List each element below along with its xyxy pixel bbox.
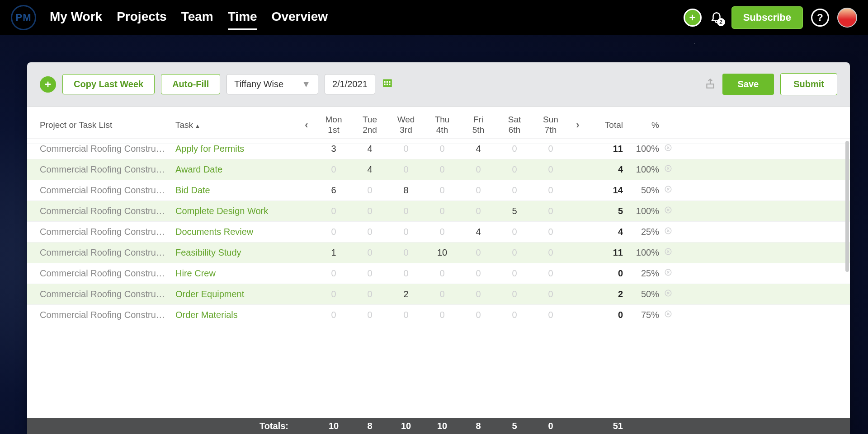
- copy-last-week-button[interactable]: Copy Last Week: [62, 74, 155, 94]
- hours-cell[interactable]: 0: [496, 164, 533, 175]
- hours-cell[interactable]: 0: [316, 310, 352, 320]
- hours-cell[interactable]: 0: [533, 185, 569, 196]
- hours-cell[interactable]: 0: [424, 185, 460, 196]
- task-cell[interactable]: Complete Design Work: [175, 206, 297, 216]
- add-row-button[interactable]: +: [40, 76, 56, 93]
- hours-cell[interactable]: 0: [352, 310, 388, 320]
- hours-cell[interactable]: 3: [316, 144, 352, 154]
- remove-row-icon[interactable]: [659, 247, 677, 258]
- hours-cell[interactable]: 0: [352, 227, 388, 237]
- save-button[interactable]: Save: [722, 74, 774, 95]
- hours-cell[interactable]: 0: [533, 164, 569, 175]
- hours-cell[interactable]: 0: [424, 164, 460, 175]
- hours-cell[interactable]: 0: [424, 206, 460, 216]
- scrollbar[interactable]: [845, 141, 849, 272]
- hours-cell[interactable]: 0: [496, 310, 533, 320]
- hours-cell[interactable]: 0: [460, 268, 496, 279]
- hours-cell[interactable]: 0: [533, 144, 569, 154]
- hours-cell[interactable]: 4: [352, 144, 388, 154]
- task-cell[interactable]: Award Date: [175, 164, 297, 175]
- hours-cell[interactable]: 5: [496, 206, 533, 216]
- nav-time[interactable]: Time: [228, 5, 257, 30]
- auto-fill-button[interactable]: Auto-Fill: [161, 74, 220, 94]
- hours-cell[interactable]: 6: [316, 185, 352, 196]
- hours-cell[interactable]: 0: [424, 227, 460, 237]
- hours-cell[interactable]: 0: [352, 289, 388, 299]
- project-cell[interactable]: Commercial Roofing Constru…: [40, 310, 175, 320]
- task-cell[interactable]: Hire Crew: [175, 268, 297, 279]
- hours-cell[interactable]: 4: [352, 164, 388, 175]
- task-cell[interactable]: Order Equipment: [175, 289, 297, 299]
- task-cell[interactable]: Apply for Permits: [175, 144, 297, 154]
- nav-overview[interactable]: Overview: [272, 5, 328, 30]
- hours-cell[interactable]: 0: [388, 206, 424, 216]
- hours-cell[interactable]: 0: [352, 268, 388, 279]
- remove-row-icon[interactable]: [659, 289, 677, 299]
- date-input[interactable]: 2/1/2021: [325, 74, 375, 94]
- hours-cell[interactable]: 0: [460, 289, 496, 299]
- hours-cell[interactable]: 0: [316, 164, 352, 175]
- hours-cell[interactable]: 0: [496, 185, 533, 196]
- task-cell[interactable]: Documents Review: [175, 227, 297, 237]
- hours-cell[interactable]: 0: [316, 206, 352, 216]
- hours-cell[interactable]: 0: [316, 227, 352, 237]
- hours-cell[interactable]: 4: [460, 227, 496, 237]
- hours-cell[interactable]: 0: [316, 268, 352, 279]
- col-task[interactable]: Task▲: [175, 120, 297, 130]
- project-cell[interactable]: Commercial Roofing Constru…: [40, 144, 175, 154]
- hours-cell[interactable]: 0: [460, 247, 496, 258]
- task-cell[interactable]: Order Materials: [175, 310, 297, 320]
- hours-cell[interactable]: 10: [424, 247, 460, 258]
- submit-button[interactable]: Submit: [780, 73, 837, 95]
- user-select[interactable]: Tiffany Wise ▼: [226, 74, 318, 94]
- task-cell[interactable]: Feasibility Study: [175, 247, 297, 258]
- avatar[interactable]: [837, 8, 857, 28]
- hours-cell[interactable]: 0: [424, 144, 460, 154]
- export-icon[interactable]: [704, 78, 716, 91]
- hours-cell[interactable]: 0: [533, 247, 569, 258]
- hours-cell[interactable]: 0: [460, 310, 496, 320]
- add-button[interactable]: +: [684, 9, 702, 27]
- hours-cell[interactable]: 0: [388, 268, 424, 279]
- hours-cell[interactable]: 0: [460, 164, 496, 175]
- nav-team[interactable]: Team: [181, 5, 213, 30]
- hours-cell[interactable]: 0: [424, 268, 460, 279]
- prev-week-icon[interactable]: ‹: [297, 119, 316, 131]
- nav-projects[interactable]: Projects: [117, 5, 167, 30]
- task-cell[interactable]: Bid Date: [175, 185, 297, 196]
- hours-cell[interactable]: 0: [352, 185, 388, 196]
- logo[interactable]: PM: [11, 5, 36, 30]
- hours-cell[interactable]: 0: [316, 289, 352, 299]
- hours-cell[interactable]: 0: [460, 206, 496, 216]
- hours-cell[interactable]: 0: [352, 206, 388, 216]
- col-project[interactable]: Project or Task List: [40, 120, 175, 130]
- remove-row-icon[interactable]: [659, 206, 677, 216]
- hours-cell[interactable]: 0: [388, 247, 424, 258]
- hours-cell[interactable]: 1: [316, 247, 352, 258]
- hours-cell[interactable]: 2: [388, 289, 424, 299]
- hours-cell[interactable]: 0: [533, 227, 569, 237]
- hours-cell[interactable]: 0: [496, 247, 533, 258]
- remove-row-icon[interactable]: [659, 310, 677, 320]
- hours-cell[interactable]: 0: [424, 310, 460, 320]
- calendar-icon[interactable]: [382, 77, 393, 92]
- help-icon[interactable]: ?: [811, 9, 829, 27]
- remove-row-icon[interactable]: [659, 185, 677, 196]
- subscribe-button[interactable]: Subscribe: [731, 6, 803, 29]
- hours-cell[interactable]: 0: [533, 310, 569, 320]
- hours-cell[interactable]: 0: [496, 144, 533, 154]
- project-cell[interactable]: Commercial Roofing Constru…: [40, 164, 175, 175]
- remove-row-icon[interactable]: [659, 268, 677, 279]
- hours-cell[interactable]: 0: [496, 227, 533, 237]
- project-cell[interactable]: Commercial Roofing Constru…: [40, 206, 175, 216]
- remove-row-icon[interactable]: [659, 164, 677, 175]
- project-cell[interactable]: Commercial Roofing Constru…: [40, 185, 175, 196]
- hours-cell[interactable]: 0: [496, 289, 533, 299]
- nav-my-work[interactable]: My Work: [50, 5, 102, 30]
- hours-cell[interactable]: 0: [460, 185, 496, 196]
- remove-row-icon[interactable]: [659, 144, 677, 154]
- hours-cell[interactable]: 0: [424, 289, 460, 299]
- hours-cell[interactable]: 0: [533, 268, 569, 279]
- hours-cell[interactable]: 0: [352, 247, 388, 258]
- next-week-icon[interactable]: ›: [569, 119, 587, 131]
